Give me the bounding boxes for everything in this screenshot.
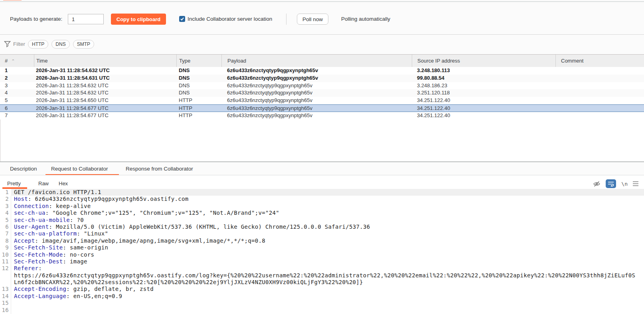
request-line-12: 12Referer: — [0, 265, 644, 272]
request-line-cont: Ln6f2cbBNCAXR%22,%20%20%22sessions%22:%2… — [0, 279, 644, 286]
interaction-row-2[interactable]: 22026-Jan-31 11:28:54.631 UTCDNS6z6u433z… — [0, 75, 644, 82]
payload-cell: 6z6u433z6nzctyqtyp9qgpxynptgh65v — [221, 89, 412, 97]
editor-subtabbar: Pretty Raw Hex \n — [0, 175, 644, 189]
time-cell: 2026-Jan-31 11:28:54.677 UTC — [34, 112, 176, 120]
request-editor[interactable]: 1GET /favicon.ico HTTP/1.12Host: 6z6u433… — [0, 189, 644, 314]
source-ip-cell: 34.251.122.40 — [412, 105, 555, 112]
line-text: https://6z6u433z6nzctyqtyp9qgpxynptgh65v… — [14, 272, 635, 279]
comment-cell — [555, 89, 644, 97]
filter-label: Filter — [13, 41, 25, 47]
payload-cell: 6z6u433z6nzctyqtyp9qgpxynptgh65v — [221, 112, 412, 120]
interaction-row-7[interactable]: 72026-Jan-31 11:28:54.677 UTCHTTP6z6u433… — [0, 112, 644, 120]
num-cell: 1 — [0, 67, 34, 75]
line-number: 3 — [0, 203, 9, 210]
top-divider — [0, 1, 644, 2]
request-line-9: 9Sec-Fetch-Site: same-origin — [0, 244, 644, 251]
subtab-pretty[interactable]: Pretty — [7, 181, 21, 186]
request-line-4: 4sec-ch-ua: "Google Chrome";v="125", "Ch… — [0, 210, 644, 216]
comment-cell — [555, 82, 644, 90]
newline-icon[interactable]: \n — [621, 181, 628, 187]
line-number: 13 — [0, 286, 9, 292]
payload-cell: 6z6u433z6nzctyqtyp9qgpxynptgh65v — [221, 105, 412, 112]
request-line-8: 8Accept: image/avif,image/webp,image/apn… — [0, 237, 644, 244]
include-location-checkbox[interactable] — [179, 16, 185, 22]
column-header-comment[interactable]: Comment — [555, 55, 644, 67]
filter-pill-smtp[interactable]: SMTP — [73, 40, 94, 49]
column-header-payload[interactable]: Payload — [221, 55, 412, 67]
time-cell: 2026-Jan-31 11:28:54.632 UTC — [34, 89, 176, 97]
column-header-time[interactable]: Time — [34, 55, 176, 67]
interaction-row-6[interactable]: 62026-Jan-31 11:28:54.677 UTCHTTP6z6u433… — [0, 104, 644, 112]
word-wrap-icon[interactable] — [606, 179, 616, 188]
source-ip-cell: 34.251.122.40 — [412, 97, 555, 104]
request-line-16: 16 — [0, 307, 644, 314]
line-text: Accept-Encoding: gzip, deflate, br, zstd — [14, 286, 154, 292]
type-cell: DNS — [176, 82, 221, 90]
type-cell: HTTP — [176, 97, 221, 104]
line-text: Sec-Fetch-Dest: image — [14, 258, 87, 265]
line-number: 11 — [0, 258, 9, 265]
menu-icon[interactable] — [633, 181, 638, 186]
line-text: Sec-Fetch-Mode: no-cors — [14, 251, 94, 258]
num-cell: 7 — [0, 112, 34, 120]
num-cell: 3 — [0, 82, 34, 90]
comment-cell — [555, 97, 644, 104]
time-cell: 2026-Jan-31 11:28:54.631 UTC — [34, 75, 176, 82]
column-header--[interactable]: #⌃ — [0, 55, 34, 67]
filter-bar: Filter HTTPDNSSMTP — [0, 35, 644, 54]
source-ip-cell: 3.251.120.118 — [412, 89, 555, 97]
payloads-count-input[interactable] — [68, 14, 104, 24]
line-text: Host: 6z6u433z6nzctyqtyp9qgpxynptgh65v.o… — [14, 196, 188, 202]
interaction-row-3[interactable]: 32026-Jan-31 11:28:54.632 UTCDNS6z6u433z… — [0, 82, 644, 90]
interaction-row-1[interactable]: 12026-Jan-31 11:28:54.632 UTCDNS6z6u433z… — [0, 67, 644, 75]
payload-cell: 6z6u433z6nzctyqtyp9qgpxynptgh65v — [221, 75, 412, 82]
comment-cell — [555, 75, 644, 82]
copy-to-clipboard-button[interactable]: Copy to clipboard — [111, 14, 166, 25]
column-header-type[interactable]: Type — [176, 55, 221, 67]
line-text: Ln6f2cbBNCAXR%22,%20%20%22sessions%22:%2… — [14, 279, 363, 286]
request-line-10: 10Sec-Fetch-Mode: no-cors — [0, 251, 644, 258]
filter-pill-dns[interactable]: DNS — [51, 40, 69, 49]
interaction-row-4[interactable]: 42026-Jan-31 11:28:54.632 UTCDNS6z6u433z… — [0, 89, 644, 97]
type-cell: HTTP — [176, 112, 221, 120]
detail-tabbar: Description Request to Collaborator Resp… — [0, 162, 644, 175]
tab-request-to-collaborator[interactable]: Request to Collaborator — [51, 166, 108, 172]
time-cell: 2026-Jan-31 11:28:54.650 UTC — [34, 97, 176, 104]
line-text: sec-ch-ua-mobile: ?0 — [14, 217, 84, 224]
request-line-1: 1GET /favicon.ico HTTP/1.1 — [0, 189, 644, 196]
request-line-7: 7sec-ch-ua-platform: "Linux" — [0, 230, 644, 237]
include-location-label: Include Collaborator server location — [188, 16, 272, 22]
tab-description[interactable]: Description — [10, 166, 37, 172]
line-number: 8 — [0, 237, 9, 244]
payload-cell: 6z6u433z6nzctyqtyp9qgpxynptgh65v — [221, 82, 412, 90]
line-number: 15 — [0, 300, 9, 306]
line-number: 2 — [0, 196, 9, 202]
column-header-source-ip-address[interactable]: Source IP address — [412, 55, 555, 67]
payload-cell: 6z6u433z6nzctyqtyp9qgpxynptgh65v — [221, 97, 412, 104]
num-cell: 2 — [0, 75, 34, 82]
filter-pill-http[interactable]: HTTP — [28, 40, 48, 49]
request-line-cont: https://6z6u433z6nzctyqtyp9qgpxynptgh65v… — [0, 272, 644, 279]
filter-funnel-icon — [4, 41, 11, 47]
collaborator-page: Payloads to generate: Copy to clipboard … — [0, 0, 644, 314]
payloads-to-generate-label: Payloads to generate: — [10, 16, 62, 22]
active-tab-indicator — [3, 0, 22, 0]
source-ip-cell: 3.248.180.113 — [412, 67, 555, 75]
interaction-row-5[interactable]: 52026-Jan-31 11:28:54.650 UTCHTTP6z6u433… — [0, 97, 644, 104]
line-text: Accept-Language: en-US,en;q=0.9 — [14, 293, 122, 300]
subtab-raw[interactable]: Raw — [38, 181, 49, 186]
type-cell: DNS — [176, 75, 221, 82]
line-text: sec-ch-ua: "Google Chrome";v="125", "Chr… — [14, 210, 279, 216]
comment-cell — [555, 112, 644, 120]
tab-response-from-collaborator[interactable]: Response from Collaborator — [126, 166, 193, 172]
line-number: 4 — [0, 210, 9, 216]
line-text: User-Agent: Mozilla/5.0 (Victim) AppleWe… — [14, 224, 370, 230]
source-ip-cell: 99.80.88.54 — [412, 75, 555, 82]
poll-now-button[interactable]: Poll now — [297, 14, 328, 25]
polling-status-text: Polling automatically — [341, 16, 390, 22]
eye-slash-icon[interactable] — [593, 180, 601, 188]
subtab-hex[interactable]: Hex — [59, 181, 68, 186]
request-line-15: 15 — [0, 300, 644, 306]
table-body: 12026-Jan-31 11:28:54.632 UTCDNS6z6u433z… — [0, 67, 644, 120]
line-number: 7 — [0, 230, 9, 237]
